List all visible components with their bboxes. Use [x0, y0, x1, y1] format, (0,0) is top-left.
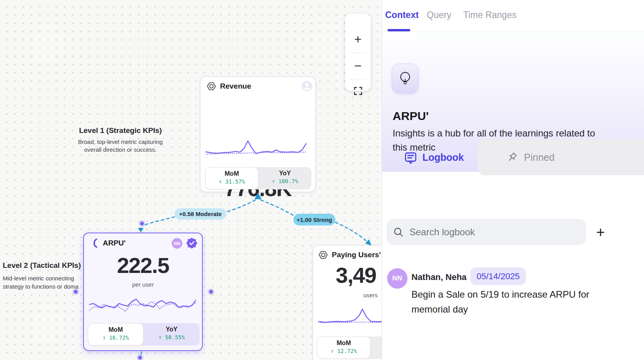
edge-arrowhead-down-arpu	[138, 228, 144, 233]
correlation-label-moderate[interactable]: +0.58 Moderate	[175, 208, 226, 220]
yoy-label: YoY	[144, 326, 200, 333]
edge-arrowhead-paying	[365, 239, 371, 245]
level1-title: Level 1 (Strategic KPIs)	[71, 126, 169, 135]
sparkline-chart	[206, 138, 306, 158]
insight-icon-tile	[392, 64, 418, 93]
yoy-value: ↑ 180.7%	[258, 178, 311, 184]
tab-time-ranges[interactable]: Time Ranges	[463, 10, 517, 20]
metric-detail-panel: Context Query Time Ranges ARPU' Insights…	[382, 0, 644, 360]
edge-revenue-arpu	[144, 217, 175, 225]
fit-view-button[interactable]	[345, 80, 371, 102]
correlation-label-strong[interactable]: +1.00 Strong	[293, 214, 335, 225]
edge-revenue-paying	[261, 200, 293, 215]
yoy-value: ↑ 58.55%	[144, 334, 200, 340]
metric-tree-canvas[interactable]: Level 1 (Strategic KPIs) Broad, top-leve…	[0, 0, 382, 360]
hexagon-metric-icon	[207, 82, 216, 91]
edge-revenue-arpu	[226, 200, 255, 212]
mom-chip[interactable]: MoM ↑ 16.72%	[88, 323, 144, 345]
mom-value: ↑ 12.72%	[317, 348, 370, 354]
active-tab-indicator	[387, 29, 410, 31]
metric-unit: users	[313, 292, 382, 298]
panel-tab-bar: Context Query Time Ranges	[382, 0, 644, 32]
mom-chip[interactable]: MoM ↑ 12.72%	[317, 336, 371, 359]
logbook-search	[387, 219, 586, 245]
tab-context[interactable]: Context	[385, 10, 419, 20]
period-toggle: MoM ↑ 12.72%	[317, 336, 382, 359]
yoy-chip[interactable]: YoY ↑ 58.55%	[144, 323, 200, 345]
entry-avatar: NN	[387, 268, 408, 289]
fullscreen-icon	[354, 87, 362, 95]
yoy-chip[interactable]: YoY ↑ 180.7%	[258, 167, 311, 189]
connection-handle-halo	[138, 220, 146, 227]
mom-label: MoM	[206, 170, 258, 177]
logbook-comment-icon	[404, 151, 417, 164]
mom-label: MoM	[317, 340, 370, 347]
node-paying-users[interactable]: Paying Users' 3,49 users MoM ↑ 12.72%	[313, 245, 382, 360]
search-icon	[393, 227, 404, 238]
period-toggle: MoM ↑ 16.72% YoY ↑ 58.55%	[88, 323, 200, 345]
mom-label: MoM	[88, 326, 143, 333]
crescent-moon-icon	[90, 238, 99, 248]
tab-logbook[interactable]: Logbook	[404, 140, 464, 175]
node-title: Revenue	[220, 82, 251, 91]
lightbulb-icon	[398, 71, 412, 86]
panel-metric-title: ARPU'	[393, 109, 429, 123]
connection-handle-halo	[207, 288, 215, 295]
sparkline-chart	[318, 307, 382, 326]
search-input[interactable]	[409, 226, 577, 238]
entry-author: Nathan, Neha	[411, 272, 467, 282]
logbook-label: Logbook	[422, 152, 464, 163]
metric-unit: per user	[84, 281, 202, 288]
mom-chip[interactable]: MoM ↑ 31.57%	[205, 167, 258, 189]
yoy-label: YoY	[258, 170, 311, 177]
node-title: ARPU'	[103, 239, 126, 247]
zoom-in-button[interactable]: +	[345, 29, 371, 50]
divider	[350, 53, 366, 53]
edge-arpu-down	[140, 352, 142, 356]
sparkline-chart	[89, 295, 196, 316]
tab-pinned[interactable]: Pinned	[478, 140, 644, 175]
canvas-zoom-controls: + −	[345, 14, 371, 91]
zoom-out-button[interactable]: −	[345, 55, 371, 77]
level1-annotation: Level 1 (Strategic KPIs) Broad, top-leve…	[71, 126, 169, 154]
connection-handle[interactable]	[140, 222, 144, 225]
entry-text: Begin a Sale on 5/19 to increase ARPU fo…	[411, 287, 604, 317]
entry-date-badge[interactable]: 05/14/2025	[470, 267, 526, 285]
pinned-label: Pinned	[524, 152, 555, 163]
connection-handle-bottom[interactable]	[138, 356, 142, 360]
metric-tree-app: Level 1 (Strategic KPIs) Broad, top-leve…	[0, 0, 644, 360]
tab-query[interactable]: Query	[427, 10, 451, 20]
collaborator-avatar: NN	[172, 238, 182, 249]
verified-check-icon	[186, 237, 198, 249]
connection-handle-halo	[136, 354, 144, 360]
owner-avatar-icon	[302, 81, 312, 91]
metric-value: 3,49	[336, 262, 376, 288]
metric-value: 222.5	[84, 253, 202, 278]
hexagon-metric-icon	[318, 250, 328, 260]
divider	[350, 79, 366, 79]
connection-handle-right[interactable]	[209, 290, 213, 294]
node-title: Paying Users'	[332, 251, 381, 259]
period-toggle: MoM ↑ 31.57% YoY ↑ 180.7%	[205, 167, 311, 189]
mom-value: ↑ 16.72%	[88, 335, 143, 341]
node-revenue[interactable]: Revenue 776.8K MoM ↑ 31.57% YoY ↑ 180.7%	[200, 76, 316, 192]
add-log-entry-button[interactable]: +	[592, 224, 609, 241]
edge-revenue-paying	[335, 222, 367, 242]
pin-icon	[506, 152, 518, 164]
level1-description: Broad, top-level metric capturing overal…	[71, 138, 169, 154]
node-arpu[interactable]: ARPU' NN 222.5 per user MoM ↑ 16.72% YoY…	[83, 233, 203, 351]
mom-value: ↑ 31.57%	[206, 178, 258, 185]
